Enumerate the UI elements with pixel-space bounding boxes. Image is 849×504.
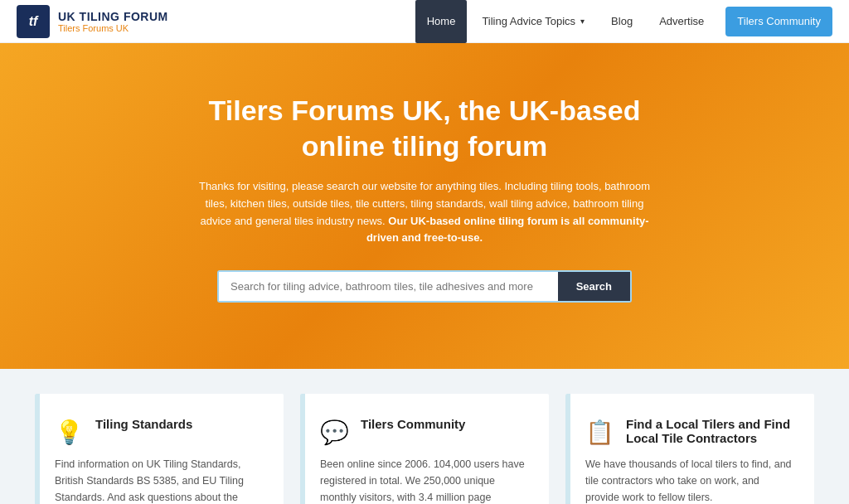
card-body-2: We have thousands of local tilers to fin… <box>585 456 794 504</box>
hero-description: Thanks for visiting, please search our w… <box>192 178 657 247</box>
hero-section: Tilers Forums UK, the UK-based online ti… <box>0 43 849 369</box>
logo-area: tf UK TILING FORUM Tilers Forums UK <box>17 5 168 38</box>
nav-community[interactable]: Tilers Community <box>725 7 832 36</box>
card-2: 📋 Find a Local Tilers and Find Local Til… <box>565 394 814 504</box>
card-icon-2: 📋 <box>585 419 614 446</box>
card-0: 💡 Tiling Standards Find information on U… <box>35 394 284 504</box>
card-body-1: Been online since 2006. 104,000 users ha… <box>320 456 529 504</box>
card-icon-area-1: 💬 Tilers Community <box>320 417 529 446</box>
hero-heading: Tilers Forums UK, the UK-based online ti… <box>167 93 682 163</box>
cards-section: 💡 Tiling Standards Find information on U… <box>0 369 849 504</box>
search-button[interactable]: Search <box>558 272 630 301</box>
card-icon-area-2: 📋 Find a Local Tilers and Find Local Til… <box>585 417 794 446</box>
nav-advertise[interactable]: Advertise <box>648 0 716 43</box>
search-input[interactable] <box>219 272 558 301</box>
search-bar: Search <box>217 270 632 303</box>
nav-blog[interactable]: Blog <box>599 0 644 43</box>
logo-icon: tf <box>17 5 50 38</box>
card-accent-2 <box>565 394 570 504</box>
header: tf UK TILING FORUM Tilers Forums UK Home… <box>0 0 849 43</box>
card-body-0: Find information on UK Tiling Standards,… <box>55 456 264 504</box>
card-icon-1: 💬 <box>320 419 349 446</box>
card-1: 💬 Tilers Community Been online since 200… <box>300 394 549 504</box>
card-accent-0 <box>35 394 40 504</box>
card-title-2: Find a Local Tilers and Find Local Tile … <box>626 417 794 445</box>
card-title-0: Tiling Standards <box>95 417 192 431</box>
nav-tiling-topics[interactable]: Tiling Advice Topics <box>470 0 596 43</box>
main-nav: Home Tiling Advice Topics Blog Advertise… <box>415 0 832 43</box>
logo-title: UK TILING FORUM <box>58 10 168 23</box>
logo-text-area: UK TILING FORUM Tilers Forums UK <box>58 10 168 33</box>
card-icon-area-0: 💡 Tiling Standards <box>55 417 264 446</box>
card-accent-1 <box>300 394 305 504</box>
nav-home[interactable]: Home <box>415 0 468 43</box>
card-icon-0: 💡 <box>55 419 84 446</box>
card-title-1: Tilers Community <box>361 417 465 431</box>
logo-subtitle: Tilers Forums UK <box>58 23 168 33</box>
